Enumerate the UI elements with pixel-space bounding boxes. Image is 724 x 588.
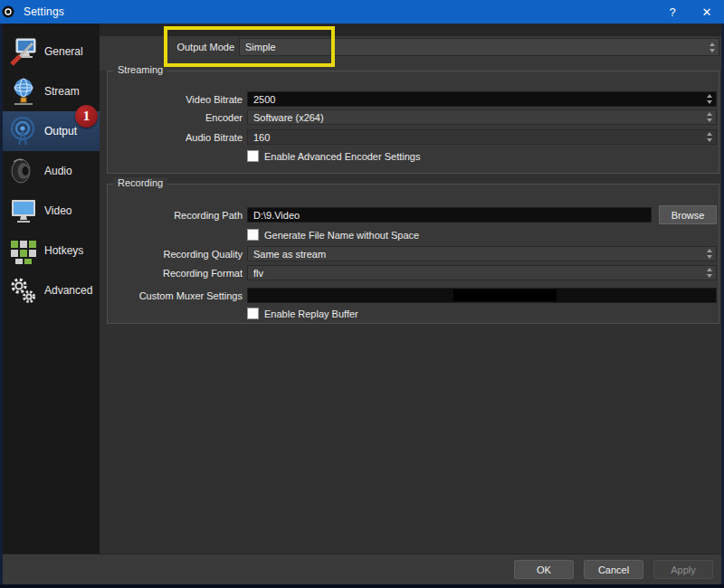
ok-button[interactable]: OK	[514, 560, 574, 579]
recording-path-row: Recording Path D:\9.Video Browse	[108, 207, 719, 223]
app-icon	[2, 5, 16, 19]
output-mode-value: Simple	[245, 42, 276, 52]
output-mode-label: Output Mode	[100, 42, 234, 52]
advanced-encoder-checkbox-row: Enable Advanced Encoder Settings	[247, 150, 420, 162]
dialog-footer: OK Cancel Apply	[3, 554, 721, 584]
encoder-select[interactable]: Software (x264)	[247, 109, 717, 125]
audio-bitrate-row: Audio Bitrate 160	[108, 129, 719, 145]
recording-quality-label: Recording Quality	[108, 249, 243, 260]
output-mode-row: Output Mode Simple	[100, 38, 721, 56]
video-bitrate-label: Video Bitrate	[108, 94, 243, 105]
chevron-updown-icon[interactable]	[702, 130, 716, 144]
encoder-value: Software (x264)	[253, 112, 324, 123]
sidebar-item-general[interactable]: General	[3, 32, 100, 71]
sidebar-item-audio[interactable]: Audio	[3, 151, 100, 191]
advanced-encoder-checkbox[interactable]	[247, 150, 259, 162]
sidebar-item-label: Hotkeys	[44, 244, 83, 257]
window-border-bottom	[0, 584, 724, 588]
output-mode-select[interactable]: Simple	[239, 38, 719, 56]
sidebar-item-label: Stream	[44, 85, 80, 98]
chevron-updown-icon[interactable]	[702, 247, 716, 261]
audio-bitrate-select[interactable]: 160	[247, 129, 717, 145]
close-button[interactable]: ✕	[690, 0, 724, 24]
hotkeys-icon	[9, 236, 38, 265]
recording-format-label: Recording Format	[108, 268, 243, 279]
recording-quality-select[interactable]: Same as stream	[247, 246, 717, 261]
sidebar-item-label: Audio	[44, 165, 72, 177]
chevron-updown-icon[interactable]	[705, 39, 719, 55]
browse-button[interactable]: Browse	[659, 205, 717, 224]
output-settings-panel: Output Mode Simple Streaming Video Bitra…	[100, 24, 721, 554]
recording-format-row: Recording Format flv	[108, 265, 719, 280]
encoder-row: Encoder Software (x264)	[108, 109, 719, 125]
sidebar-item-output[interactable]: Output 1	[3, 111, 100, 151]
recording-quality-value: Same as stream	[253, 249, 326, 260]
cancel-button[interactable]: Cancel	[584, 560, 643, 579]
annotation-badge-1: 1	[75, 105, 98, 128]
stream-icon	[9, 77, 38, 106]
apply-button[interactable]: Apply	[653, 560, 713, 579]
recording-path-input[interactable]: D:\9.Video	[247, 207, 652, 223]
sidebar-item-label: General	[44, 45, 83, 58]
recording-path-label: Recording Path	[108, 210, 243, 221]
sidebar-item-advanced[interactable]: Advanced	[3, 270, 100, 310]
recording-quality-row: Recording Quality Same as stream	[108, 246, 719, 261]
recording-format-select[interactable]: flv	[247, 265, 717, 280]
settings-sidebar: General Stream	[3, 24, 100, 554]
title-bar: Settings ? ✕	[0, 0, 724, 24]
window-title: Settings	[24, 5, 64, 18]
chevron-updown-icon[interactable]	[702, 110, 716, 124]
encoder-label: Encoder	[108, 112, 243, 123]
sidebar-item-hotkeys[interactable]: Hotkeys	[3, 231, 100, 270]
video-icon	[9, 196, 38, 225]
recording-path-value: D:\9.Video	[253, 210, 300, 221]
video-bitrate-input[interactable]: 2500	[247, 91, 717, 107]
redaction-blob	[453, 289, 557, 301]
generate-filename-checkbox-label: Generate File Name without Space	[264, 230, 419, 241]
streaming-groupbox: Streaming Video Bitrate 2500 Encoder Sof…	[107, 71, 719, 174]
help-button[interactable]: ?	[655, 0, 690, 24]
replay-buffer-checkbox[interactable]	[247, 308, 259, 319]
generate-filename-checkbox[interactable]	[247, 229, 259, 241]
sidebar-item-label: Video	[44, 204, 71, 217]
replay-buffer-checkbox-label: Enable Replay Buffer	[264, 308, 358, 319]
streaming-group-title: Streaming	[113, 64, 167, 75]
sidebar-item-label: Output	[44, 125, 77, 138]
sidebar-item-label: Advanced	[44, 284, 92, 297]
video-bitrate-value: 2500	[253, 94, 275, 105]
chevron-updown-icon[interactable]	[702, 266, 716, 280]
generate-filename-checkbox-row: Generate File Name without Space	[247, 229, 419, 241]
replay-buffer-checkbox-row: Enable Replay Buffer	[247, 308, 358, 319]
content-top-strip	[100, 24, 721, 36]
video-bitrate-row: Video Bitrate 2500	[108, 91, 719, 107]
custom-muxer-label: Custom Muxer Settings	[108, 290, 243, 301]
sidebar-item-video[interactable]: Video	[3, 191, 100, 231]
audio-bitrate-label: Audio Bitrate	[108, 132, 243, 143]
output-icon	[9, 117, 38, 146]
custom-muxer-input[interactable]	[247, 288, 717, 303]
audio-icon	[9, 156, 38, 185]
advanced-encoder-checkbox-label: Enable Advanced Encoder Settings	[264, 151, 420, 162]
recording-format-value: flv	[253, 268, 263, 279]
audio-bitrate-value: 160	[253, 132, 270, 143]
general-icon	[9, 37, 38, 66]
recording-groupbox: Recording Recording Path D:\9.Video Brow…	[107, 184, 719, 324]
recording-group-title: Recording	[113, 177, 167, 188]
custom-muxer-row: Custom Muxer Settings	[108, 288, 719, 303]
settings-window: Settings ? ✕ General	[0, 0, 724, 588]
spinner-updown-icon[interactable]	[702, 92, 716, 106]
advanced-icon	[9, 276, 38, 305]
